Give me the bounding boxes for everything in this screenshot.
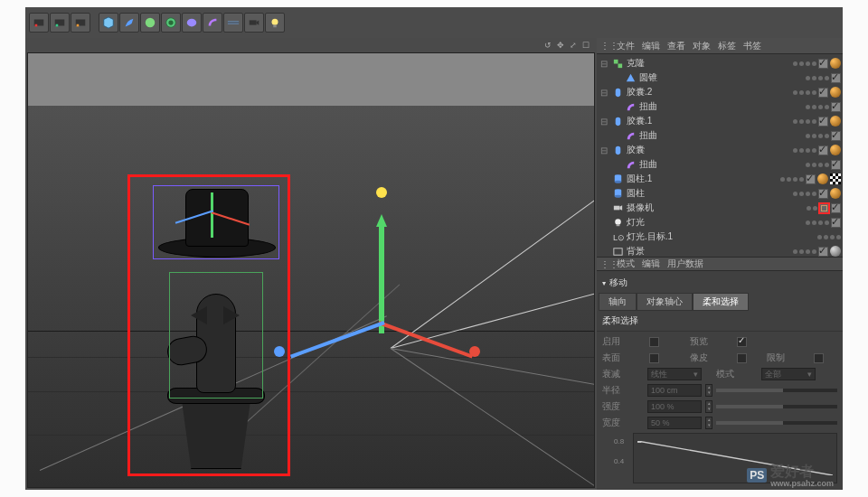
- preview-checkbox[interactable]: [737, 337, 747, 347]
- svg-rect-34: [637, 441, 641, 443]
- om-item[interactable]: 圆柱.1: [597, 172, 843, 186]
- svg-rect-14: [273, 25, 277, 28]
- scene-object[interactable]: [147, 189, 283, 469]
- radius-slider[interactable]: [716, 389, 837, 392]
- svg-point-25: [615, 194, 621, 197]
- limit-checkbox[interactable]: [814, 353, 824, 363]
- om-menu-tags[interactable]: 标签: [718, 40, 736, 52]
- om-item[interactable]: ⊟胶囊: [597, 143, 843, 157]
- object-manager-tree[interactable]: ⊟克隆圆锥⊟胶囊.2扭曲⊟胶囊.1扭曲⊟胶囊扭曲圆柱.1圆柱摄像机灯光L⊙灯光.…: [597, 54, 843, 257]
- light-icon[interactable]: [265, 13, 285, 33]
- svg-rect-26: [614, 205, 620, 210]
- watermark: PS 爱好者 www.psahz.com: [747, 463, 834, 488]
- width-input[interactable]: 50 %: [647, 417, 702, 429]
- surface-checkbox[interactable]: [649, 353, 659, 363]
- pen-icon[interactable]: [119, 13, 139, 33]
- floor-icon[interactable]: [223, 13, 243, 33]
- om-item[interactable]: 扭曲: [597, 128, 843, 143]
- edge-label: 像皮: [690, 352, 731, 364]
- boole-icon[interactable]: [182, 13, 202, 33]
- bend-icon[interactable]: [203, 13, 222, 33]
- svg-point-8: [168, 20, 173, 24]
- right-panels: ⋮⋮ 文件 编辑 查看 对象 标签 书签 ⊟克隆圆锥⊟胶囊.2扭曲⊟胶囊.1扭曲…: [597, 38, 843, 490]
- subd-icon[interactable]: [140, 13, 160, 33]
- svg-rect-19: [616, 145, 621, 154]
- om-item[interactable]: ⊟克隆: [597, 56, 843, 70]
- vp-pan-icon[interactable]: ✥: [555, 40, 566, 51]
- vp-orbit-icon[interactable]: ↺: [542, 40, 553, 51]
- strength-label: 强度: [602, 400, 644, 413]
- watermark-ps-icon: PS: [747, 468, 767, 483]
- svg-point-13: [272, 19, 278, 25]
- tab-soft-selection[interactable]: 柔和选择: [693, 293, 749, 311]
- ground-grid: [28, 53, 594, 487]
- anim2-icon[interactable]: [50, 13, 70, 33]
- mode-label: 模式: [716, 368, 758, 380]
- om-item[interactable]: 背景: [597, 244, 843, 257]
- om-menu-bookmarks[interactable]: 书签: [743, 40, 761, 52]
- surface-label: 表面: [602, 352, 644, 364]
- tab-axis[interactable]: 轴向: [599, 293, 637, 311]
- om-item[interactable]: ⊟胶囊.1: [597, 114, 843, 128]
- axis-y-handle[interactable]: [376, 187, 387, 198]
- width-spinner[interactable]: ▴▾: [705, 417, 712, 429]
- radius-spinner[interactable]: ▴▾: [705, 384, 712, 397]
- svg-rect-16: [618, 63, 623, 68]
- om-item[interactable]: L⊙灯光.目标.1: [597, 230, 843, 244]
- viewport[interactable]: [27, 52, 595, 488]
- om-menu-objects[interactable]: 对象: [693, 40, 711, 52]
- axis-x-handle[interactable]: [469, 346, 480, 357]
- om-menu-edit[interactable]: 编辑: [642, 40, 660, 52]
- anim1-icon[interactable]: [29, 13, 49, 33]
- om-item[interactable]: 圆锥: [597, 70, 843, 85]
- cube-icon[interactable]: [99, 13, 118, 33]
- svg-rect-5: [77, 24, 80, 27]
- radius-label: 半径: [602, 384, 644, 397]
- am-title: 移动: [597, 273, 843, 293]
- attribute-manager-body: 移动 轴向 对象轴心 柔和选择 柔和选择 启用 预览: [597, 271, 843, 487]
- om-item[interactable]: 扭曲: [597, 157, 843, 172]
- om-item[interactable]: 灯光: [597, 215, 843, 230]
- svg-point-22: [615, 180, 621, 183]
- om-menu-file[interactable]: 文件: [617, 40, 635, 52]
- anim3-icon[interactable]: [71, 13, 90, 33]
- om-menu-view[interactable]: 查看: [667, 40, 685, 52]
- svg-rect-28: [617, 224, 620, 226]
- svg-rect-30: [614, 248, 622, 254]
- soft-selection-section: 柔和选择: [597, 311, 843, 332]
- am-menu-userdata[interactable]: 用户数据: [667, 258, 703, 270]
- extrude-icon[interactable]: [161, 13, 181, 33]
- om-item[interactable]: 扭曲: [597, 99, 843, 114]
- falloff-select[interactable]: 线性▾: [647, 368, 702, 380]
- strength-spinner[interactable]: ▴▾: [705, 400, 712, 413]
- main-area: ↺ ✥ ⤢ ☐: [25, 38, 843, 490]
- vp-layout-icon[interactable]: ☐: [580, 40, 591, 51]
- vp-zoom-icon[interactable]: ⤢: [568, 40, 579, 51]
- object-manager-menu: ⋮⋮ 文件 编辑 查看 对象 标签 书签: [597, 38, 843, 54]
- limit-label: 限制: [767, 352, 808, 364]
- svg-point-6: [146, 18, 156, 28]
- om-item[interactable]: ⊟胶囊.2: [597, 85, 843, 99]
- svg-rect-15: [614, 59, 618, 63]
- om-item[interactable]: 摄像机: [597, 201, 843, 215]
- svg-rect-17: [616, 88, 621, 96]
- main-toolbar: [25, 7, 843, 38]
- om-item[interactable]: 圆柱: [597, 186, 843, 201]
- viewport-panel: ↺ ✥ ⤢ ☐: [25, 38, 597, 490]
- am-menu-edit[interactable]: 编辑: [642, 258, 660, 270]
- enable-checkbox[interactable]: [649, 337, 659, 347]
- edge-checkbox[interactable]: [737, 353, 747, 363]
- mode-select[interactable]: 全部▾: [761, 368, 816, 380]
- strength-input[interactable]: 100 %: [647, 400, 702, 413]
- strength-slider[interactable]: [716, 405, 837, 408]
- camera-icon[interactable]: [244, 13, 264, 33]
- radius-input[interactable]: 100 cm: [647, 384, 702, 397]
- svg-point-9: [187, 19, 197, 27]
- watermark-text: 爱好者: [770, 464, 814, 479]
- falloff-label: 衰减: [602, 368, 644, 380]
- svg-rect-12: [250, 20, 257, 24]
- tab-object-axis[interactable]: 对象轴心: [637, 293, 693, 311]
- svg-rect-18: [616, 117, 621, 125]
- width-slider[interactable]: [716, 421, 837, 425]
- am-menu-mode[interactable]: 模式: [617, 258, 635, 270]
